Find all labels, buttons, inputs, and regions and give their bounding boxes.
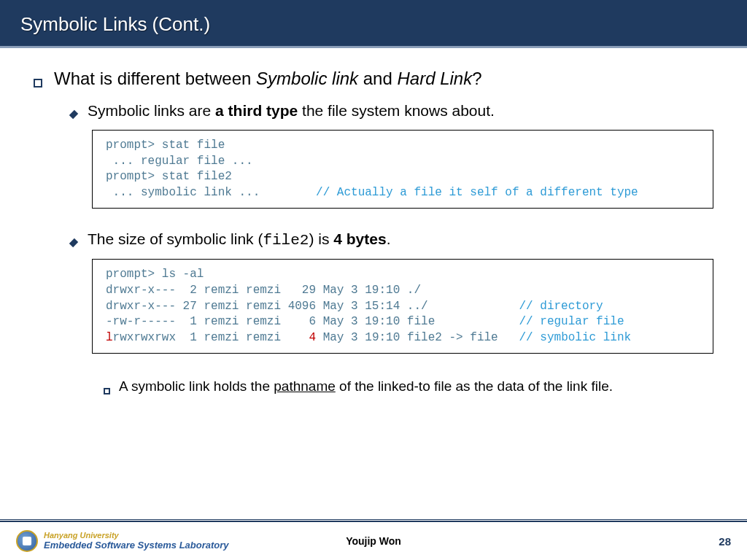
bullet-text: Symbolic links are a third type the file…: [88, 102, 495, 120]
code-stat: prompt> stat file ... regular file ... p…: [92, 130, 713, 209]
university-badge-icon: [16, 530, 38, 552]
text: of the linked-to file as the data of the…: [336, 378, 613, 394]
author: Youjip Won: [346, 535, 401, 547]
square-bullet-icon: [34, 79, 42, 88]
slide-title: Symbolic Links (Cont.): [0, 0, 747, 48]
text: The size of symbolic link (: [88, 230, 263, 247]
underline: pathname: [274, 378, 336, 394]
code-line: prompt> ls -al: [106, 268, 204, 281]
code-comment: // regular file: [519, 315, 624, 328]
text: ?: [472, 69, 481, 88]
text: ) is: [309, 230, 333, 247]
code-line: ... symbolic link ...: [106, 186, 316, 199]
emphasis: Symbolic link: [256, 69, 358, 88]
code-line: prompt> stat file2: [106, 170, 232, 183]
emphasis: Hard Link: [397, 69, 472, 88]
code-line: -rw-r----- 1 remzi remzi 6 May 3 19:10 f…: [106, 315, 519, 328]
bullet-third-type: Symbolic links are a third type the file…: [70, 102, 713, 120]
page-number: 28: [719, 535, 731, 548]
text: and: [358, 69, 397, 88]
open-square-bullet-icon: [104, 388, 110, 394]
sub-bullet-pathname: A symbolic link holds the pathname of th…: [104, 376, 713, 397]
diamond-bullet-icon: [69, 238, 78, 247]
bullet-size: The size of symbolic link (file2) is 4 b…: [70, 230, 713, 249]
code-ls: prompt> ls -al drwxr-x--- 2 remzi remzi …: [92, 259, 713, 354]
code-line: May 3 19:10 file2 -> file: [316, 331, 519, 344]
heading-text: What is different between Symbolic link …: [54, 69, 482, 89]
bold: a third type: [215, 102, 298, 119]
code-line: rwxrwxrwx 1 remzi remzi: [113, 331, 309, 344]
code-red: l: [106, 331, 113, 344]
code-line: drwxr-x--- 2 remzi remzi 29 May 3 19:10 …: [106, 284, 421, 297]
text: the file system knows about.: [298, 102, 495, 119]
sub-bullet-text: A symbolic link holds the pathname of th…: [119, 376, 613, 397]
code-line: drwxr-x--- 27 remzi remzi 4096 May 3 15:…: [106, 300, 519, 313]
text: What is different between: [54, 69, 256, 88]
bold: 4 bytes: [333, 230, 386, 247]
code-line: ... regular file ...: [106, 155, 253, 168]
bullet-text: The size of symbolic link (file2) is 4 b…: [88, 230, 390, 249]
footer: Hanyang University Embedded Software Sys…: [0, 521, 747, 560]
text: A symbolic link holds the: [119, 378, 274, 394]
code-comment: // symbolic link: [519, 331, 632, 344]
logo-text: Hanyang University Embedded Software Sys…: [44, 532, 229, 550]
slide-content: What is different between Symbolic link …: [0, 48, 747, 560]
text: .: [387, 230, 391, 247]
heading-question: What is different between Symbolic link …: [34, 69, 713, 89]
diamond-bullet-icon: [69, 110, 78, 119]
lab-logo: Hanyang University Embedded Software Sys…: [16, 530, 229, 552]
text: Symbolic links are: [88, 102, 215, 119]
mono: file2: [263, 232, 309, 249]
code-comment: // Actually a file it self of a differen…: [316, 186, 638, 199]
code-comment: // directory: [519, 300, 603, 313]
code-red: 4: [309, 331, 316, 344]
code-line: prompt> stat file: [106, 139, 225, 152]
lab-name: Embedded Software Systems Laboratory: [44, 540, 229, 551]
